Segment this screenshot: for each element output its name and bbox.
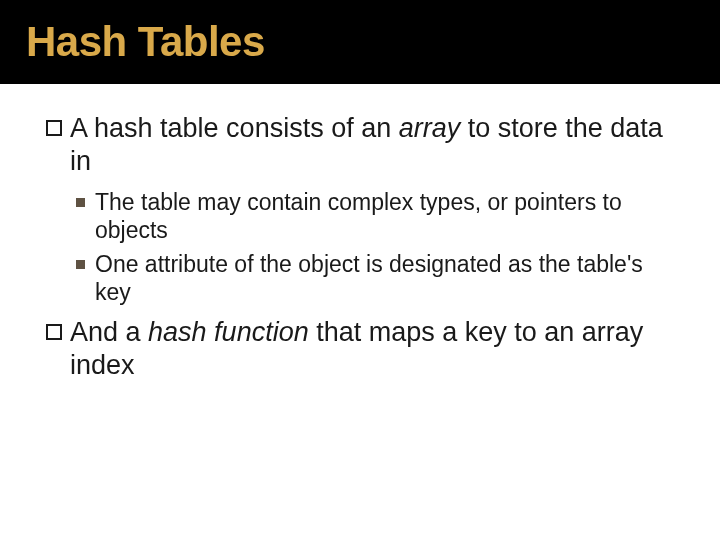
bullet-level1: A hash table consists of an array to sto… — [46, 112, 684, 178]
text-fragment: And a — [70, 317, 148, 347]
slide-content: A hash table consists of an array to sto… — [0, 84, 720, 382]
bullet-text: A hash table consists of an array to sto… — [70, 112, 684, 178]
text-emphasis: hash function — [148, 317, 309, 347]
square-bullet-icon — [46, 120, 62, 136]
text-fragment: A hash table consists of an — [70, 113, 399, 143]
bullet-text: And a hash function that maps a key to a… — [70, 316, 684, 382]
bullet-text: The table may contain complex types, or … — [95, 188, 684, 244]
bullet-level2: The table may contain complex types, or … — [76, 188, 684, 244]
bullet-text: One attribute of the object is designate… — [95, 250, 684, 306]
square-subbullet-icon — [76, 260, 85, 269]
title-bar: Hash Tables — [0, 0, 720, 84]
slide-title: Hash Tables — [26, 18, 720, 66]
bullet-level2: One attribute of the object is designate… — [76, 250, 684, 306]
square-subbullet-icon — [76, 198, 85, 207]
text-emphasis: array — [399, 113, 461, 143]
bullet-level1: And a hash function that maps a key to a… — [46, 316, 684, 382]
square-bullet-icon — [46, 324, 62, 340]
